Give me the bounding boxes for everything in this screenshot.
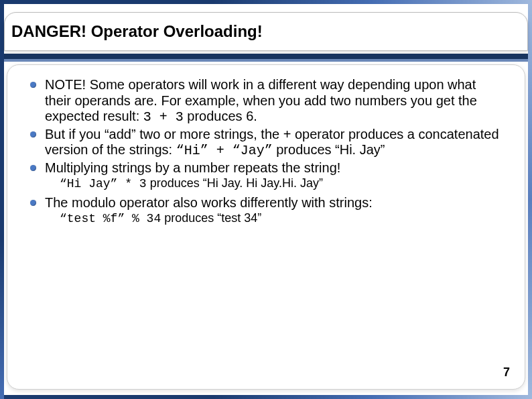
bullet-4-subitem: “test %f” % 34 produces “test 34” [60, 211, 502, 227]
bullet-3-sublist: “Hi Jay” * 3 produces “Hi Jay. Hi Jay.Hi… [60, 176, 502, 192]
bullet-2-post: produces “Hi. Jay” [273, 142, 385, 157]
bullet-1-post: produces 6. [184, 109, 257, 123]
bullet-item-4: The modulo operator also works different… [30, 195, 502, 226]
slide-title: DANGER! Operator Overloading! [11, 22, 263, 41]
bullet-3-subitem: “Hi Jay” * 3 produces “Hi Jay. Hi Jay.Hi… [60, 176, 502, 192]
bullet-item-3: Multiplying strings by a number repeats … [30, 160, 502, 191]
bullet-list: NOTE! Some operators will work in a diff… [30, 77, 502, 226]
bullet-item-1: NOTE! Some operators will work in a diff… [30, 77, 502, 125]
bullet-3-sub-code: “Hi Jay” * 3 [60, 177, 147, 190]
border-bottom [0, 395, 532, 399]
slide: DANGER! Operator Overloading! NOTE! Some… [0, 0, 532, 399]
bullet-4-sub-post: produces “test 34” [161, 211, 261, 225]
bullet-3-text: Multiplying strings by a number repeats … [45, 160, 340, 175]
title-panel: DANGER! Operator Overloading! [4, 12, 528, 51]
bullet-4-text: The modulo operator also works different… [45, 195, 373, 210]
bullet-2-code: “Hi” + “Jay” [176, 143, 273, 158]
title-underline-dark [4, 54, 528, 59]
border-top [0, 0, 532, 4]
border-right [528, 0, 532, 399]
bullet-3-sub-post: produces “Hi Jay. Hi Jay.Hi. Jay” [147, 176, 323, 190]
page-number: 7 [503, 365, 510, 380]
bullet-4-sublist: “test %f” % 34 produces “test 34” [60, 211, 502, 227]
content-card: NOTE! Some operators will work in a diff… [7, 64, 525, 390]
bullet-item-2: But if you “add” two or more strings, th… [30, 127, 502, 159]
title-underline-light [4, 59, 528, 62]
bullet-4-sub-code: “test %f” % 34 [60, 212, 161, 225]
bullet-1-pre: NOTE! Some operators will work in a diff… [45, 77, 477, 123]
bullet-1-code: 3 + 3 [143, 109, 184, 125]
